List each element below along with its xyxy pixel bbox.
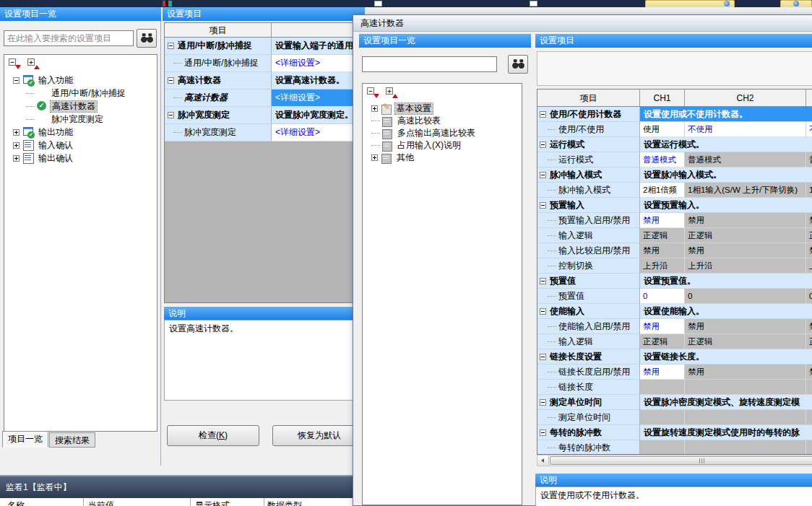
search-button[interactable] <box>137 29 157 48</box>
toolbar-icon[interactable] <box>724 1 730 6</box>
ch2-value-cell[interactable]: 正逻辑 <box>685 334 806 349</box>
horizontal-scrollbar[interactable] <box>537 455 812 466</box>
ch3-value-cell[interactable] <box>806 440 812 455</box>
tree-item[interactable]: 多点输出高速比较表 <box>363 127 522 139</box>
collapse-icon[interactable] <box>168 77 174 84</box>
ch2-value-cell[interactable]: 禁用 <box>685 319 806 334</box>
collapse-all-icon[interactable]: − <box>9 58 22 70</box>
tree-item[interactable]: 输出确认 <box>4 152 157 165</box>
search-input[interactable] <box>4 30 134 46</box>
collapse-icon[interactable] <box>540 429 546 436</box>
tree-item[interactable]: 基本设置 <box>363 102 522 115</box>
check-button[interactable]: 检查(K) <box>167 425 259 446</box>
tree-item[interactable]: 输入功能 <box>4 74 157 87</box>
ch3-value-cell[interactable]: 正逻辑 <box>806 334 812 349</box>
ch1-value-cell[interactable]: 上升沿 <box>640 258 685 274</box>
ch1-value-cell[interactable]: 使用 <box>640 122 685 137</box>
tab-active[interactable]: 项目一览 <box>2 431 48 448</box>
center-panel-title: 设置项目 <box>167 9 202 19</box>
ch3-value-cell[interactable]: 禁用 <box>806 365 812 380</box>
collapse-icon[interactable] <box>13 77 20 84</box>
expand-icon[interactable] <box>13 155 20 162</box>
row-label-cell: 使能输入 <box>537 304 640 319</box>
ch1-value-cell[interactable] <box>640 440 685 455</box>
ch2-value-cell[interactable]: 0 <box>685 289 806 304</box>
dialog-search-button[interactable] <box>508 55 528 74</box>
dialog-titlebar[interactable]: 高速计数器 <box>353 15 812 32</box>
collapse-icon[interactable] <box>540 172 546 178</box>
tree-guide <box>548 341 556 342</box>
toolbar-icon[interactable] <box>530 1 537 6</box>
ch3-value-cell[interactable]: 上升沿 <box>806 258 812 274</box>
row-description-cell: 设置预置值。 <box>640 274 812 289</box>
ch2-value-cell[interactable]: 普通模式 <box>685 152 806 167</box>
tree-item[interactable]: 通用/中断/脉冲捕捉 <box>4 87 157 100</box>
tree-item[interactable]: 高速比较表 <box>363 115 522 127</box>
collapse-all-icon[interactable]: − <box>367 87 380 99</box>
ch3-value-cell[interactable] <box>806 410 812 425</box>
expand-icon[interactable] <box>371 154 378 161</box>
ch1-value-cell[interactable]: 禁用 <box>640 365 685 380</box>
expand-all-icon[interactable]: + <box>27 58 40 70</box>
expand-icon[interactable] <box>371 105 378 112</box>
expand-icon[interactable] <box>13 142 20 149</box>
ch1-value-cell[interactable]: 禁用 <box>640 319 685 334</box>
ch3-value-cell[interactable]: 禁用 <box>806 213 812 228</box>
expand-all-icon[interactable]: + <box>386 87 399 99</box>
scrollbar-thumb[interactable] <box>550 456 812 465</box>
ch1-value-cell[interactable]: 禁用 <box>640 213 685 228</box>
tree-item[interactable]: 输出功能 <box>4 126 157 139</box>
ch1-value-cell[interactable] <box>640 380 685 395</box>
toolbar-icon[interactable] <box>374 1 382 6</box>
ch2-value-cell[interactable]: 上升沿 <box>685 258 806 274</box>
ch2-value-cell[interactable]: 正逻辑 <box>685 228 806 243</box>
ch1-value-cell[interactable] <box>640 410 685 425</box>
toolbar-button[interactable] <box>645 0 735 7</box>
collapse-icon[interactable] <box>540 111 546 118</box>
ch2-value-cell[interactable]: 1相1输入(S/W 上升/下降切换) <box>685 183 806 198</box>
collapse-icon[interactable] <box>540 399 546 406</box>
ch3-value-cell[interactable]: 禁用 <box>806 243 812 258</box>
tree-item[interactable]: 输入确认 <box>4 139 157 152</box>
ch1-value-cell[interactable]: 正逻辑 <box>640 228 685 243</box>
ch3-value-cell[interactable]: 禁用 <box>806 319 812 334</box>
ch1-value-cell[interactable]: 禁用 <box>640 243 685 258</box>
ch2-value-cell[interactable]: 禁用 <box>685 243 806 258</box>
row-description-cell: 设置使用或不使用计数器。 <box>640 107 812 122</box>
ch3-value-cell[interactable]: 1相1输入(S/W 上升/下降切换) <box>806 183 812 198</box>
dialog-search-input[interactable] <box>362 56 497 72</box>
expand-icon[interactable] <box>13 129 20 136</box>
collapse-icon[interactable] <box>168 112 174 118</box>
collapse-icon[interactable] <box>168 43 174 49</box>
collapse-icon[interactable] <box>540 278 546 284</box>
ch1-value-cell[interactable]: 0 <box>640 289 685 304</box>
toolbar-icon[interactable] <box>793 1 799 6</box>
tab-inactive[interactable]: 搜索结果 <box>49 432 95 448</box>
ch2-value-cell[interactable] <box>685 410 806 425</box>
ch3-value-cell[interactable]: 不使用 <box>806 122 812 137</box>
ch2-value-cell[interactable]: 不使用 <box>685 122 806 137</box>
ch1-value-cell[interactable]: 正逻辑 <box>640 334 685 349</box>
collapse-icon[interactable] <box>540 354 546 360</box>
ch3-value-cell[interactable] <box>806 380 812 395</box>
scroll-left-icon[interactable] <box>537 455 549 466</box>
toolbar-icon[interactable] <box>163 1 172 6</box>
ch3-value-cell[interactable]: 普通模式 <box>806 152 812 167</box>
tree-item[interactable]: 高速计数器 <box>4 100 157 113</box>
ch3-value-cell[interactable]: 正逻辑 <box>806 228 812 243</box>
channel-settings-row: 脉冲输入模式设置脉冲输入模式。 <box>537 167 812 183</box>
tree-item[interactable]: 占用输入(X)说明 <box>363 139 522 152</box>
collapse-icon[interactable] <box>540 202 546 209</box>
tree-item[interactable]: 脉冲宽度测定 <box>4 113 157 126</box>
ch2-value-cell[interactable] <box>685 440 806 455</box>
collapse-icon[interactable] <box>540 308 546 315</box>
ch2-value-cell[interactable]: 禁用 <box>685 213 806 228</box>
ch1-value-cell[interactable]: 普通模式 <box>640 152 685 167</box>
ch3-value-cell[interactable]: 0 <box>806 289 812 304</box>
ch2-value-cell[interactable] <box>685 380 806 395</box>
collapse-icon[interactable] <box>540 141 546 148</box>
row-label-cell: 链接长度 <box>537 380 640 395</box>
ch2-value-cell[interactable]: 禁用 <box>685 365 806 380</box>
ch1-value-cell[interactable]: 2相1倍频 <box>640 183 685 198</box>
tree-item[interactable]: 其他 <box>363 152 522 164</box>
